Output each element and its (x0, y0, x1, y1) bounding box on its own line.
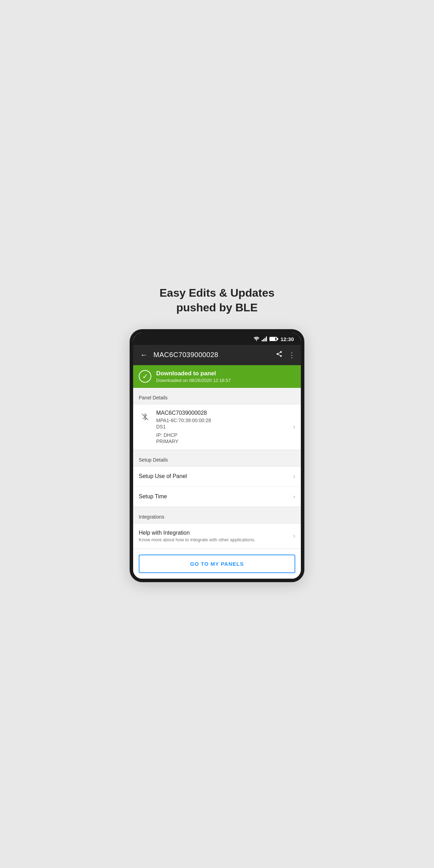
setup-use-panel-chevron: › (293, 473, 295, 480)
status-icons: 12:30 (253, 336, 294, 342)
setup-time-label: Setup Time (139, 493, 293, 500)
status-time: 12:30 (281, 336, 294, 342)
bottom-area: GO TO MY PANELS (133, 549, 301, 579)
go-to-panels-button[interactable]: GO TO MY PANELS (139, 555, 295, 573)
panel-detail-row[interactable]: MAC6C7039000028 MPA1-6C:70:39:00:00:28 D… (133, 404, 301, 450)
help-integration-item[interactable]: Help with Integration Know more about ho… (133, 523, 301, 549)
help-integration-label: Help with Integration (139, 530, 293, 536)
integration-chevron: › (293, 532, 295, 540)
panel-chevron-icon: › (293, 423, 295, 431)
share-icon[interactable] (276, 350, 283, 359)
app-bar-title: MAC6C7039000028 (153, 351, 272, 359)
phone-frame: 12:30 ← MAC6C7039000028 ⋮ ✓ (130, 329, 304, 582)
integrations-label: Integrations (133, 514, 301, 523)
setup-details-label: Setup Details (133, 457, 301, 466)
check-mark: ✓ (142, 373, 148, 380)
panel-mac: MAC6C7039000028 (156, 410, 288, 416)
title-line1: Easy Edits & Updates (160, 287, 275, 299)
panel-details-card[interactable]: MAC6C7039000028 MPA1-6C:70:39:00:00:28 D… (133, 404, 301, 450)
page-wrapper: Easy Edits & Updates pushed by BLE (119, 286, 315, 582)
integration-info: Help with Integration Know more about ho… (139, 530, 293, 542)
svg-rect-3 (266, 337, 267, 341)
svg-rect-0 (262, 340, 263, 341)
status-bar: 12:30 (133, 333, 301, 345)
setup-time-chevron: › (293, 493, 295, 500)
success-banner: ✓ Downloaded to panel Downloaded on 08/2… (133, 365, 301, 388)
svg-rect-1 (263, 339, 264, 341)
bluetooth-disabled-icon (139, 411, 151, 423)
panel-primary: PRIMARY (156, 439, 288, 444)
app-bar: ← MAC6C7039000028 ⋮ (133, 345, 301, 365)
more-options-icon[interactable]: ⋮ (288, 351, 295, 359)
banner-title: Downloaded to panel (156, 370, 231, 377)
help-integration-sub: Know more about how to integrate with ot… (139, 537, 293, 542)
panel-info: MAC6C7039000028 MPA1-6C:70:39:00:00:28 D… (156, 410, 288, 444)
panel-mpa: MPA1-6C:70:39:00:00:28 (156, 418, 288, 423)
page-title: Easy Edits & Updates pushed by BLE (160, 286, 275, 315)
setup-use-of-panel-item[interactable]: Setup Use of Panel › (133, 466, 301, 487)
back-button[interactable]: ← (139, 350, 149, 360)
panel-ds: DS1 (156, 424, 288, 429)
banner-text: Downloaded to panel Downloaded on 08/26/… (156, 370, 231, 383)
title-line2: pushed by BLE (176, 301, 258, 314)
check-circle-icon: ✓ (139, 370, 151, 383)
app-bar-actions: ⋮ (276, 350, 295, 359)
panel-ip: IP: DHCP (156, 432, 288, 438)
signal-icon (262, 337, 267, 341)
panel-details-label: Panel Details (133, 395, 301, 404)
svg-rect-2 (265, 338, 266, 341)
battery-icon (269, 337, 277, 341)
setup-details-card: Setup Use of Panel › Setup Time › (133, 466, 301, 507)
setup-time-item[interactable]: Setup Time › (133, 487, 301, 507)
content-area: Panel Details MAC6C7039000028 MPA1-6C:70… (133, 388, 301, 579)
wifi-icon (253, 337, 260, 341)
banner-subtitle: Downloaded on 08/26/2020 12:16:57 (156, 378, 231, 383)
setup-use-panel-label: Setup Use of Panel (139, 473, 293, 479)
integrations-card: Help with Integration Know more about ho… (133, 523, 301, 549)
